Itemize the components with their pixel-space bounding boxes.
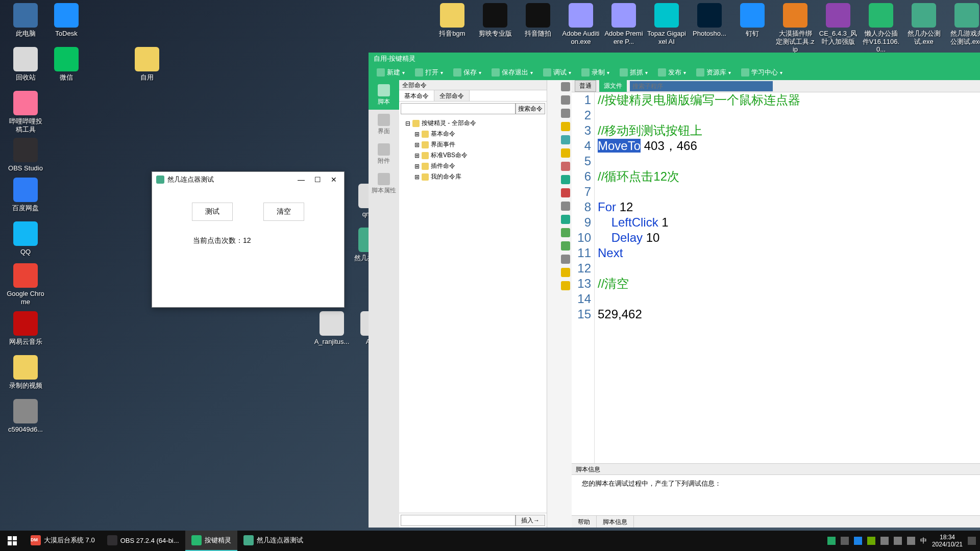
desktop-icon[interactable]: 然几办公测试.exe (904, 3, 943, 54)
tree-node[interactable]: ⊟ 按键精灵 - 全部命令 (402, 118, 544, 129)
desktop-icon[interactable]: 自用 (128, 47, 166, 82)
toolbar-新建[interactable]: 新建▾ (373, 66, 409, 79)
desktop-icon[interactable]: 网易云音乐 (6, 311, 45, 346)
tray-icon[interactable] (841, 537, 849, 545)
desktop-icon[interactable]: 懒人办公插件V16.1106.0... (862, 3, 900, 54)
clear-button[interactable]: 清空 (263, 203, 304, 221)
toolbar-录制[interactable]: 录制▾ (577, 66, 614, 79)
desktop-icon[interactable]: ToDesk (47, 3, 86, 38)
desktop-icon[interactable]: Google Chrome (6, 263, 45, 306)
code-line[interactable] (598, 108, 980, 123)
code-line[interactable]: //清空 (598, 276, 980, 291)
bottom-tab[interactable]: 帮助 (572, 516, 597, 528)
vtool-icon[interactable] (561, 188, 570, 197)
code-line[interactable] (598, 154, 980, 169)
tray-icon[interactable] (854, 537, 862, 545)
code-line[interactable] (598, 184, 980, 199)
vtool-icon[interactable] (561, 122, 570, 131)
vtool-icon[interactable] (561, 82, 570, 91)
desktop-icon[interactable]: 回收站 (6, 47, 45, 82)
code-line[interactable] (598, 261, 980, 276)
command-search-button[interactable]: 搜索命令 (516, 103, 545, 114)
code-line[interactable]: //按键精灵电脑版编写一个鼠标连点器 (598, 92, 980, 108)
vtool-icon[interactable] (561, 202, 570, 211)
toolbar-抓抓[interactable]: 抓抓▾ (616, 66, 652, 79)
vtool-icon[interactable] (561, 241, 570, 251)
taskbar-item[interactable]: 然几连点器测试 (237, 531, 309, 551)
tree-node[interactable]: ⊞ 基本命令 (402, 129, 544, 139)
desktop-icon[interactable]: 哔哩哔哩投稿工具 (6, 91, 45, 133)
vtool-icon[interactable] (561, 135, 570, 144)
toolbar-保存[interactable]: 保存▾ (449, 66, 485, 79)
sidebar-脚本[interactable]: 脚本 (369, 80, 399, 110)
code-line[interactable]: //移动到测试按钮上 (598, 123, 980, 138)
toolbar-调试[interactable]: 调试▾ (539, 66, 575, 79)
desktop-icon[interactable]: c59049d6... (6, 399, 45, 434)
code-line[interactable]: //循环点击12次 (598, 169, 980, 184)
toolbar-发布[interactable]: 发布▾ (654, 66, 690, 79)
test-button[interactable]: 测试 (192, 203, 233, 221)
minimize-button[interactable]: — (295, 173, 307, 186)
desktop-icon[interactable]: 剪映专业版 (476, 3, 514, 54)
vtool-icon[interactable] (561, 109, 570, 118)
code-content[interactable]: //按键精灵电脑版编写一个鼠标连点器 //移动到测试按钮上MoveTo 403，… (594, 92, 980, 463)
taskbar-item[interactable]: DM大漠后台系统 7.0 (24, 531, 101, 551)
tray-icon[interactable] (827, 537, 836, 545)
command-tab[interactable]: 全部命令 (434, 90, 470, 101)
desktop-icon[interactable]: OBS Studio (6, 138, 45, 172)
vtool-icon[interactable] (561, 255, 570, 264)
command-search-input[interactable] (401, 103, 516, 114)
start-button[interactable] (0, 531, 24, 551)
close-button[interactable]: ✕ (328, 173, 340, 186)
maximize-button[interactable]: ☐ (311, 173, 324, 186)
desktop-icon[interactable]: Photosho... (690, 3, 729, 54)
desktop-icon[interactable]: 钉钉 (733, 3, 772, 54)
vtool-icon[interactable] (561, 175, 570, 184)
tray-nvidia-icon[interactable] (867, 537, 875, 545)
tray-icon[interactable] (880, 537, 889, 545)
tray-network-icon[interactable] (907, 537, 915, 545)
editor-tab-source[interactable]: 源文件 (599, 80, 627, 92)
sidebar-界面[interactable]: 界面 (369, 110, 399, 139)
sidebar-脚本属性[interactable]: 脚本属性 (369, 169, 399, 198)
desktop-icon[interactable]: 大漠插件绑定测试工具.zip (776, 3, 815, 54)
desktop-icon[interactable]: 微信 (47, 47, 86, 82)
insert-button[interactable]: 插入→ (516, 515, 545, 526)
tree-node[interactable]: ⊞ 标准VBS命令 (402, 150, 544, 161)
command-tab[interactable]: 基本命令 (399, 90, 434, 101)
vtool-icon[interactable] (561, 148, 570, 158)
taskbar-clock[interactable]: 18:34 2024/10/21 (932, 534, 963, 548)
desktop-icon[interactable]: 抖音bgm (433, 3, 472, 54)
desktop-icon[interactable]: 此电脑 (6, 3, 45, 38)
desktop-icon[interactable]: 抖音随拍 (519, 3, 557, 54)
desktop-icon[interactable]: A_ranjitus... (312, 311, 351, 346)
code-line[interactable]: MoveTo 403，466 (598, 138, 980, 154)
desktop-icon[interactable]: CE_6.4.3_风叶入加强版 (819, 3, 857, 54)
desktop-icon[interactable]: 然几游戏办公测试.exe (947, 3, 980, 54)
code-line[interactable] (598, 291, 980, 307)
tree-node[interactable]: ⊞ 插件命令 (402, 161, 544, 171)
code-editor[interactable]: 123456789101112131415 //按键精灵电脑版编写一个鼠标连点器… (572, 92, 980, 463)
tray-notifications-icon[interactable] (968, 537, 976, 545)
tray-ime[interactable]: 中 (920, 536, 927, 545)
code-line[interactable]: Next (598, 245, 980, 261)
desktop-icon[interactable]: Adobe Audition.exe (561, 3, 600, 54)
vtool-icon[interactable] (561, 95, 570, 105)
ide-titlebar[interactable]: 自用-按键精灵 (369, 53, 980, 65)
editor-tab-normal[interactable]: 普通 (575, 80, 596, 92)
command-tree[interactable]: ⊟ 按键精灵 - 全部命令⊞ 基本命令⊞ 界面事件⊞ 标准VBS命令⊞ 插件命令… (399, 116, 547, 513)
tray-volume-icon[interactable] (894, 537, 902, 545)
bottom-tab[interactable]: 脚本信息 (597, 516, 634, 528)
code-line[interactable]: For 12 (598, 199, 980, 215)
desktop-icon[interactable]: 百度网盘 (6, 178, 45, 212)
vtool-icon[interactable] (561, 215, 570, 224)
vtool-icon[interactable] (561, 268, 570, 277)
subroutine-search-input[interactable] (630, 81, 773, 91)
code-line[interactable]: 529,462 (598, 307, 980, 322)
code-line[interactable]: Delay 10 (598, 230, 980, 245)
tree-node[interactable]: ⊞ 我的命令库 (402, 171, 544, 182)
sidebar-附件[interactable]: 附件 (369, 139, 399, 169)
toolbar-保存退出[interactable]: 保存退出▾ (487, 66, 537, 79)
desktop-icon[interactable]: QQ (6, 221, 45, 256)
taskbar-item[interactable]: OBS 27.2.4 (64-bi... (101, 531, 185, 551)
